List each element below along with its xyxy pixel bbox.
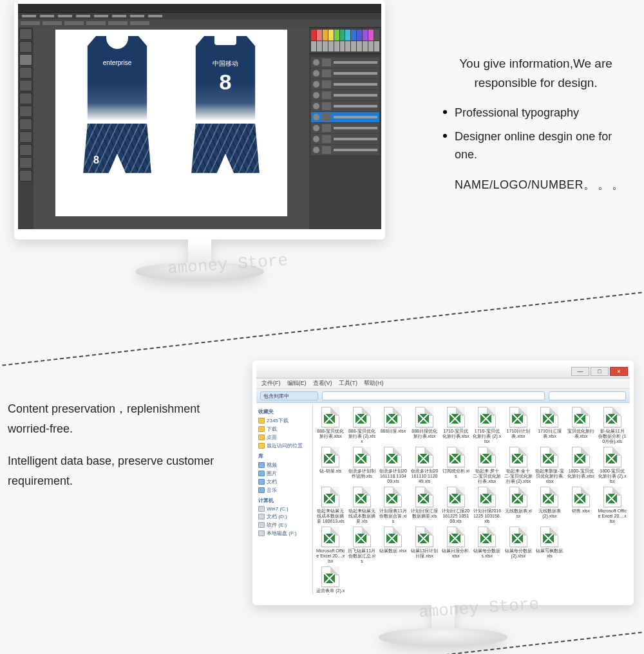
file-name: 影-钻展11月份数据分析 (10月份).xls (597, 429, 627, 445)
nav-item[interactable]: 最近访问的位置 (258, 442, 310, 450)
file-item[interactable]: 计划日报汇报数据摘要.xls (410, 487, 440, 525)
nav-item[interactable]: 文档 (258, 478, 310, 486)
nav-item[interactable]: 桌面 (258, 433, 310, 442)
nav-item[interactable]: 文档 (D:) (258, 512, 310, 521)
file-item[interactable]: 动起来新版-宝贝优化旅行表.xlsx (535, 447, 565, 485)
file-item[interactable]: Microsoft Office Excel 20....xlsx (597, 487, 627, 525)
file-name: 1800-宝贝优化旅行表.xlsx (566, 469, 596, 485)
maximize-button[interactable]: □ (591, 367, 609, 376)
file-item[interactable]: 无线数据表 (2).xlsx (535, 487, 565, 525)
headline-line1: Content preservation，replenishment (8, 399, 246, 419)
excel-file-icon (478, 447, 496, 467)
file-item[interactable]: 销售.xlsx (566, 487, 596, 525)
file-name: 动起来 全十二-宝贝优化旅行表 (2).xlsx (504, 469, 534, 485)
nav-item[interactable]: 图片 (258, 469, 310, 478)
file-view: 888-宝贝优化旅行表.xlsx888-宝贝优化旅行表 (2).xlsx888日… (313, 403, 630, 595)
jersey-back-text: 中国移动 (190, 59, 261, 68)
file-item[interactable]: 钻展每分数据 (2).xlsx (504, 527, 534, 565)
design-monitor: enterprise 8 中国移动 8 (14, 0, 385, 281)
excel-file-icon (321, 407, 339, 427)
file-item[interactable]: 888-宝贝优化旅行表.xlsx (316, 407, 346, 445)
excel-file-icon (603, 447, 621, 467)
file-item[interactable]: 钻展日报分析.xlsx (440, 527, 471, 565)
nav-item[interactable]: 下载 (258, 425, 310, 433)
file-item[interactable]: 钻展13日计划日报.xlsx (410, 527, 440, 565)
nav-group-libraries: 库 (258, 453, 310, 460)
window-toolbar: 包含到库中 (256, 389, 630, 403)
jersey-back: 中国移动 8 (177, 36, 274, 175)
toolbar-organize[interactable]: 包含到库中 (260, 391, 318, 400)
excel-file-icon (603, 407, 621, 427)
excel-file-icon (509, 407, 527, 427)
nav-item-label: 文档 (267, 478, 277, 485)
file-item[interactable]: 1710日计划表.xlsx (504, 407, 534, 445)
file-item[interactable]: 钻展数据.xlsx (378, 527, 408, 565)
nav-item[interactable]: 视频 (258, 461, 310, 469)
file-item[interactable]: 动起来 梦十二-宝贝优化旅行表.xlsx (472, 447, 502, 485)
folder-icon (258, 522, 265, 528)
file-item[interactable]: 1710日汇报表.xlsx (535, 407, 565, 445)
file-item[interactable]: Microsoft Office Excel 20....xlsx (316, 527, 346, 565)
nav-item[interactable]: Win7 (C:) (258, 505, 310, 512)
excel-file-icon (540, 447, 558, 467)
file-item[interactable]: 钻-销量.xls (316, 447, 346, 485)
menu-item[interactable]: 工具(T) (339, 379, 358, 388)
close-button[interactable]: × (610, 367, 628, 376)
file-item[interactable]: 动起来 全十二-宝贝优化旅行表 (2).xlsx (504, 447, 534, 485)
file-item[interactable]: 1800-宝贝优化旅行表 (2).xlsx (597, 447, 627, 485)
file-item[interactable]: 运营表单 (2).xlsx (316, 566, 346, 595)
file-item[interactable]: 1710-宝贝优化旅行表 (2).xlsx (472, 407, 502, 445)
file-item[interactable]: 1710-宝贝优化旅行表.xlsx (440, 407, 471, 445)
file-name: 钻展每分数据 (2).xlsx (504, 548, 534, 565)
minimize-button[interactable]: — (571, 367, 589, 376)
file-name: 钻展13日计划日报.xlsx (410, 548, 440, 565)
file-item[interactable]: 888-宝贝优化旅行表 (2).xlsx (347, 407, 377, 445)
excel-file-icon (415, 447, 433, 467)
ps-canvas-area: enterprise 8 中国移动 8 (33, 27, 309, 229)
file-item[interactable]: 钻展每分数据s.xlsx (472, 527, 502, 565)
nav-item[interactable]: 本地磁盘 (F:) (258, 529, 310, 537)
file-item[interactable]: 无线数据表.xlsx (504, 487, 534, 525)
file-item[interactable]: 动起来钻展无线成本数据摘要.xls (347, 487, 377, 525)
file-item[interactable]: 888日报.xlsx (378, 407, 408, 445)
file-name: 无线数据表.xlsx (504, 509, 534, 525)
file-item[interactable]: 创意多计划制作说明.xls (347, 447, 377, 485)
headline-line2: responsible for design. (439, 73, 632, 93)
nav-item[interactable]: 音乐 (258, 486, 310, 494)
body-text: Intelligent data base, preserve customer… (8, 451, 246, 490)
headline-line2: worried-free. (8, 419, 246, 439)
tagline: NAME/LOGO/NUMBER (455, 178, 583, 191)
menu-item[interactable]: 文件(F) (261, 379, 281, 388)
folder-icon (258, 487, 265, 493)
nav-item[interactable]: 2345下载 (258, 416, 310, 425)
file-item[interactable]: 影-钻展11月份数据分析 (10月份).xls (597, 407, 627, 445)
excel-file-icon (447, 447, 465, 467)
menu-item[interactable]: 编辑(E) (287, 379, 307, 388)
file-item[interactable]: 订阅统分析.xls (440, 447, 471, 485)
file-name: 计划日报汇报数据摘要.xls (410, 509, 440, 525)
file-item[interactable]: 创意多计划20161110 112049.xls (410, 447, 440, 485)
excel-file-icon (321, 447, 339, 467)
excel-file-icon (321, 527, 339, 547)
menu-item[interactable]: 查看(V) (313, 379, 332, 388)
file-item[interactable]: 计划日报20161225 103158.xls (472, 487, 502, 525)
folder-icon (258, 434, 265, 440)
excel-file-icon (353, 407, 371, 427)
window-titlebar: — □ × (256, 364, 630, 378)
nav-item[interactable]: 软件 (E:) (258, 521, 310, 529)
file-item[interactable]: 1800-宝贝优化旅行表.xlsx (566, 447, 596, 485)
excel-file-icon (478, 487, 496, 507)
menu-item[interactable]: 帮助(H) (364, 379, 384, 388)
file-item[interactable]: 钻展写枫数据.xls (535, 527, 565, 565)
file-item[interactable]: 888日报优化旅行表.xlsx (410, 407, 440, 445)
excel-file-icon (478, 527, 496, 547)
file-name: 计划日报20161225 103158.xls (472, 509, 502, 525)
file-item[interactable]: 创意多计划20161118 110409.xls (378, 447, 408, 485)
file-item[interactable]: 历飞钻展11月份数据汇总.xls (347, 527, 377, 565)
search-box[interactable] (549, 391, 626, 400)
file-item[interactable]: 计划日汇报20161225 105100.xls (440, 487, 471, 525)
file-item[interactable]: 宝贝优化旅行表.xlsx (566, 407, 596, 445)
address-bar[interactable] (322, 391, 545, 400)
file-item[interactable]: 动起来钻展无线成本数据摘要 180613.xls (316, 487, 346, 525)
file-item[interactable]: 计划报表11月份数据合算.xls (378, 487, 408, 525)
